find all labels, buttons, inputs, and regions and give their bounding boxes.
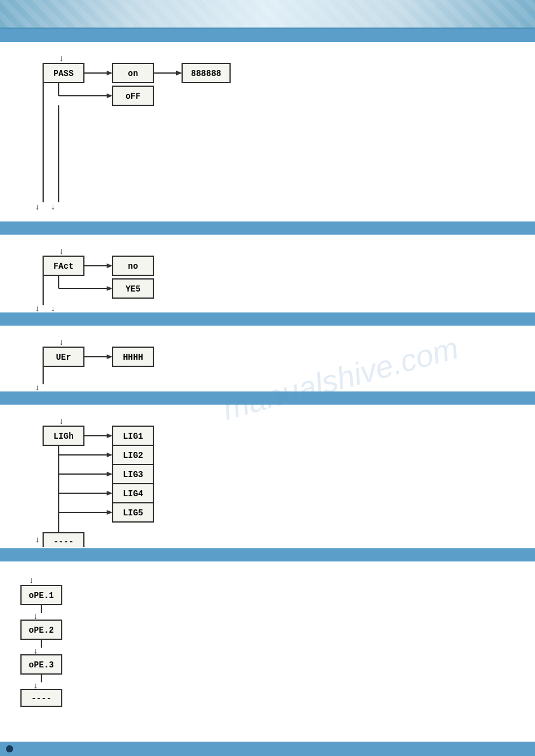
section5-content: ↓ oPE.1 ↓ oPE.2 ↓ oPE.3 ↓ ----	[0, 561, 535, 753]
footer-bar	[0, 742, 535, 756]
svg-text:↓: ↓	[35, 304, 40, 311]
section1-diagram: ↓ PASS on 888888 oFF ↓ ↓	[18, 53, 318, 214]
svg-text:PASS: PASS	[53, 69, 74, 78]
section3-header	[0, 312, 535, 326]
footer-dot	[6, 745, 13, 752]
svg-text:LIGh: LIGh	[53, 432, 74, 441]
svg-text:LIG5: LIG5	[123, 508, 143, 518]
svg-text:YE5: YE5	[125, 284, 140, 294]
svg-marker-24	[107, 263, 113, 268]
section4-header	[0, 391, 535, 405]
svg-text:↓: ↓	[59, 247, 64, 256]
svg-text:↓: ↓	[50, 202, 55, 212]
svg-marker-29	[107, 286, 113, 291]
svg-text:↓: ↓	[59, 417, 64, 426]
svg-text:↓: ↓	[35, 383, 40, 390]
section4-content: ↓ LIGh LIG1 LIG2 LIG3 ↓ LIG4 LIG5	[0, 405, 535, 548]
svg-marker-57	[107, 472, 113, 476]
section2-diagram: ↓ FAct no YE5 ↓ ↓	[18, 245, 258, 311]
svg-text:↓: ↓	[59, 338, 64, 347]
svg-text:UEr: UEr	[56, 353, 71, 362]
svg-text:↓: ↓	[35, 535, 40, 545]
svg-text:on: on	[128, 69, 138, 78]
svg-text:↓: ↓	[35, 202, 40, 212]
svg-text:----: ----	[53, 537, 74, 546]
header-banner	[0, 0, 535, 29]
svg-text:FAct: FAct	[53, 262, 74, 271]
svg-text:LIG2: LIG2	[123, 451, 143, 460]
svg-text:no: no	[128, 262, 138, 271]
svg-text:↓: ↓	[59, 54, 64, 63]
svg-marker-66	[107, 510, 113, 515]
svg-text:LIG3: LIG3	[123, 470, 143, 479]
svg-text:↓: ↓	[53, 546, 58, 547]
svg-marker-39	[107, 354, 113, 359]
svg-text:↓: ↓	[29, 576, 34, 585]
svg-text:LIG1: LIG1	[123, 432, 143, 441]
svg-text:oPE.3: oPE.3	[29, 660, 54, 670]
section1-header	[0, 29, 535, 42]
svg-marker-53	[107, 453, 113, 457]
section5-diagram: ↓ oPE.1 ↓ oPE.2 ↓ oPE.3 ↓ ----	[18, 572, 198, 752]
section2-content: ↓ FAct no YE5 ↓ ↓	[0, 235, 535, 312]
svg-marker-13	[107, 93, 113, 98]
svg-text:oPE.1: oPE.1	[29, 591, 54, 600]
section3-content: ↓ UEr HHHH ↓	[0, 326, 535, 391]
svg-text:oFF: oFF	[125, 92, 140, 101]
svg-text:LIG4: LIG4	[123, 489, 143, 499]
section2-header	[0, 221, 535, 235]
svg-marker-62	[107, 491, 113, 496]
section5-header	[0, 548, 535, 561]
svg-marker-4	[107, 71, 113, 75]
svg-text:HHHH: HHHH	[123, 353, 143, 362]
svg-text:oPE.2: oPE.2	[29, 626, 54, 635]
svg-marker-8	[176, 71, 182, 75]
svg-text:↓: ↓	[50, 304, 55, 311]
svg-marker-48	[107, 433, 113, 438]
svg-text:----: ----	[31, 694, 52, 703]
svg-text:888888: 888888	[191, 69, 221, 78]
section1-content: ↓ PASS on 888888 oFF ↓ ↓	[0, 42, 535, 221]
section4-diagram: ↓ LIGh LIG1 LIG2 LIG3 ↓ LIG4 LIG5	[18, 415, 258, 547]
section3-diagram: ↓ UEr HHHH ↓	[18, 336, 258, 390]
